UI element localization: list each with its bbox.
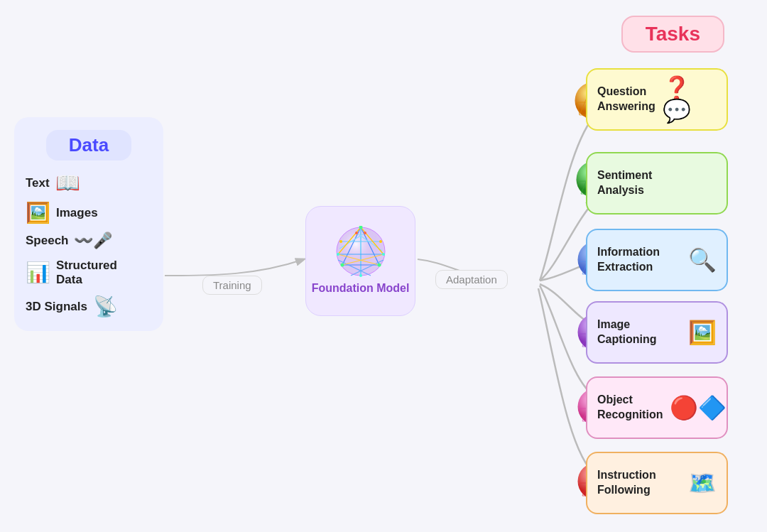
speech-icon: 〰️🎤	[74, 233, 112, 249]
obj-recog-card: ObjectRecognition 🔴🔷	[586, 376, 728, 439]
img-caption-icon: 🖼️	[688, 321, 717, 344]
tasks-label: Tasks	[621, 16, 724, 53]
info-extract-icon: 🔍	[688, 249, 717, 271]
data-item-structured: 📊 StructuredData	[26, 259, 152, 287]
svg-point-21	[339, 240, 342, 243]
instr-follow-icon: 🗺️	[688, 472, 717, 494]
sentiment-label: SentimentAnalysis	[597, 168, 717, 198]
instr-follow-card: InstructionFollowing 🗺️	[586, 452, 728, 514]
structured-icon: 📊	[26, 263, 50, 283]
svg-point-17	[377, 264, 381, 267]
foundation-sphere-icon	[335, 226, 386, 277]
qa-card: QuestionAnswering ❓💬	[586, 68, 728, 131]
3dsignals-icon: 📡	[93, 297, 118, 317]
data-item-speech: Speech 〰️🎤	[26, 233, 152, 249]
3dsignals-label: 3D Signals	[26, 300, 87, 314]
images-icon: 🖼️	[26, 203, 50, 223]
obj-recog-label: ObjectRecognition	[597, 393, 663, 423]
text-label: Text	[26, 176, 50, 190]
sentiment-card: SentimentAnalysis	[586, 152, 728, 215]
speech-label: Speech	[26, 234, 68, 248]
svg-point-24	[355, 232, 358, 234]
instr-follow-label: InstructionFollowing	[597, 468, 681, 498]
foundation-model-label: Foundation Model	[312, 281, 410, 296]
img-caption-label: ImageCaptioning	[597, 317, 681, 347]
data-title-box: Data	[46, 130, 131, 161]
adaptation-label: Adaptation	[435, 270, 508, 289]
svg-point-18	[337, 253, 339, 256]
qa-label: QuestionAnswering	[597, 85, 656, 114]
obj-recog-icon: 🔴🔷	[670, 396, 727, 419]
structured-label: StructuredData	[56, 259, 117, 287]
svg-point-16	[340, 264, 344, 267]
img-caption-card: ImageCaptioning 🖼️	[586, 301, 728, 364]
text-icon: 📖	[55, 173, 80, 193]
svg-point-20	[359, 274, 362, 277]
svg-point-19	[382, 253, 385, 256]
svg-point-23	[364, 232, 366, 234]
data-item-images: 🖼️ Images	[26, 203, 152, 223]
images-label: Images	[56, 206, 98, 220]
data-panel: Data Text 📖 🖼️ Images Speech 〰️🎤 📊 Struc…	[14, 117, 163, 331]
data-item-3dsignals: 3D Signals 📡	[26, 297, 152, 317]
info-extract-card: InformationExtraction 🔍	[586, 229, 728, 291]
data-item-text: Text 📖	[26, 173, 152, 193]
info-extract-label: InformationExtraction	[597, 245, 681, 275]
qa-icon: ❓💬	[663, 77, 717, 122]
foundation-model-box: Foundation Model	[305, 206, 415, 316]
training-label: Training	[202, 276, 262, 295]
svg-point-22	[379, 240, 382, 243]
